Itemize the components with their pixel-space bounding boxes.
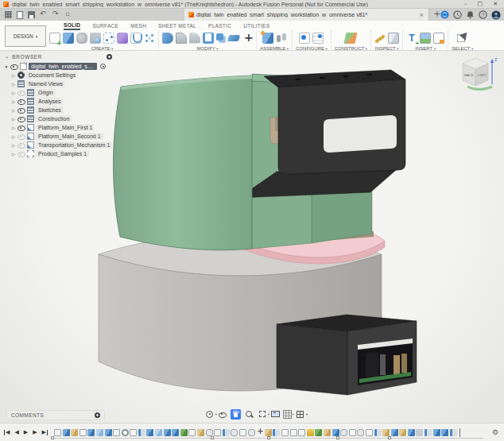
extrude-icon[interactable] bbox=[391, 429, 398, 436]
split-icon[interactable] bbox=[227, 35, 240, 41]
sketch-icon[interactable] bbox=[79, 429, 87, 436]
green-shell[interactable] bbox=[113, 75, 252, 250]
root-component-label[interactable]: digital_twin_enabled_smart_s... bbox=[29, 63, 97, 70]
flag-icon[interactable] bbox=[223, 429, 230, 436]
offset-icon[interactable] bbox=[340, 429, 347, 436]
browser-item-label[interactable]: Platform_Main_Second 1 bbox=[36, 133, 103, 140]
modify-icon[interactable] bbox=[197, 429, 204, 436]
look-at-icon[interactable] bbox=[218, 410, 227, 419]
flag-icon[interactable] bbox=[374, 429, 382, 436]
extrude-icon[interactable] bbox=[408, 429, 415, 436]
redo-icon[interactable] bbox=[52, 11, 60, 19]
extrude-icon[interactable] bbox=[164, 429, 171, 436]
flag-icon[interactable] bbox=[425, 429, 432, 436]
sketch-icon[interactable] bbox=[188, 429, 196, 436]
coil-icon[interactable] bbox=[117, 33, 128, 44]
browser-item-label[interactable]: Analyses bbox=[36, 98, 63, 105]
viewports-icon[interactable] bbox=[296, 410, 304, 419]
browser-item-label[interactable]: Transportation_Mechanism 1 bbox=[36, 141, 112, 149]
expander-icon[interactable]: ▷ bbox=[11, 108, 16, 113]
browser-item-label[interactable]: Sketches bbox=[36, 106, 64, 114]
extrude-light-icon[interactable] bbox=[155, 429, 162, 436]
sketch-icon[interactable] bbox=[113, 429, 120, 436]
tab-plastic[interactable]: PLASTIC bbox=[208, 23, 231, 29]
browser-item-label[interactable]: Product_Samples 1 bbox=[36, 150, 89, 157]
insert-canvas-icon[interactable] bbox=[420, 33, 431, 44]
viewport-canvas[interactable]: BACK LEFT Z « BROWSER ▾ digital_twin_ena… bbox=[0, 51, 504, 423]
expander-icon[interactable]: ▷ bbox=[11, 126, 16, 130]
extrude-icon[interactable] bbox=[63, 33, 74, 44]
new-component-icon[interactable] bbox=[262, 33, 273, 44]
expander-icon[interactable]: ▷ bbox=[11, 134, 16, 139]
expander-icon[interactable]: ▷ bbox=[11, 117, 16, 122]
flag-icon[interactable] bbox=[138, 429, 145, 436]
hole-icon[interactable] bbox=[122, 429, 129, 436]
expander-icon[interactable]: ▷ bbox=[11, 73, 16, 78]
visibility-eye-icon[interactable] bbox=[17, 106, 25, 114]
tab-solid[interactable]: SOLID bbox=[64, 22, 80, 30]
modify-icon[interactable] bbox=[382, 429, 390, 436]
orbit-icon[interactable] bbox=[205, 410, 214, 419]
expander-icon[interactable]: ▾ bbox=[4, 64, 9, 69]
visibility-eye-icon[interactable] bbox=[10, 63, 18, 70]
extrude-icon[interactable] bbox=[87, 429, 95, 436]
document-tab[interactable]: digital_twin_enabled_smart_shipping_work… bbox=[184, 9, 429, 21]
extrude-light-icon[interactable] bbox=[96, 429, 103, 436]
revolve-icon[interactable] bbox=[130, 33, 142, 44]
view-cube[interactable]: BACK LEFT Z bbox=[456, 54, 499, 95]
transport-box-front[interactable] bbox=[277, 324, 347, 395]
flag-icon[interactable] bbox=[450, 429, 457, 436]
offset-icon[interactable] bbox=[206, 429, 213, 436]
view-cube-face-label-left[interactable]: LEFT bbox=[479, 73, 487, 77]
browser-item[interactable]: ▷ Product_Samples 1 bbox=[3, 149, 114, 158]
bolt-icon[interactable] bbox=[307, 429, 314, 436]
profile-avatar[interactable] bbox=[491, 10, 501, 20]
panel-options-icon[interactable] bbox=[107, 54, 112, 60]
expander-icon[interactable]: ▷ bbox=[11, 82, 16, 87]
grid-settings-icon[interactable] bbox=[283, 410, 292, 419]
press-pull-icon[interactable] bbox=[162, 33, 173, 44]
extrude-icon[interactable] bbox=[146, 429, 153, 436]
sketch-icon[interactable] bbox=[54, 429, 61, 436]
extrude-icon[interactable] bbox=[105, 429, 112, 436]
home-icon[interactable] bbox=[65, 11, 73, 19]
chamfer-icon[interactable] bbox=[189, 33, 200, 44]
modify-icon[interactable] bbox=[399, 429, 406, 436]
step-back-button[interactable]: ◀ bbox=[14, 429, 18, 436]
help-icon[interactable]: ? bbox=[479, 10, 487, 19]
browser-item-label[interactable]: Named Views bbox=[26, 80, 65, 87]
extrude-icon[interactable] bbox=[433, 429, 440, 436]
browser-root-item[interactable]: ▾ digital_twin_enabled_smart_s... bbox=[3, 62, 114, 71]
go-to-start-button[interactable]: ◀ bbox=[6, 429, 10, 436]
pan-icon[interactable] bbox=[231, 409, 241, 420]
fillet-icon[interactable] bbox=[176, 33, 187, 44]
select-cursor-icon[interactable] bbox=[457, 33, 468, 44]
browser-item[interactable]: ▷ Analyses bbox=[3, 97, 114, 106]
sketch-icon[interactable] bbox=[130, 429, 137, 436]
browser-item[interactable]: ▷ Named Views bbox=[3, 79, 114, 88]
file-icon[interactable] bbox=[17, 11, 23, 19]
close-tab-icon[interactable]: × bbox=[418, 12, 425, 18]
view-cube-face-label-back[interactable]: BACK bbox=[464, 73, 474, 77]
sketch-icon[interactable] bbox=[366, 429, 373, 436]
visibility-eye-icon[interactable] bbox=[17, 98, 25, 105]
sketch-icon[interactable] bbox=[281, 429, 289, 436]
sync-icon[interactable] bbox=[440, 10, 449, 19]
visibility-eye-icon[interactable] bbox=[17, 89, 25, 96]
box-icon[interactable] bbox=[416, 429, 423, 436]
browser-item[interactable]: ▷ Platform_Main_First 1 bbox=[3, 123, 114, 132]
maximize-button[interactable]: □ bbox=[478, 0, 483, 9]
visibility-eye-icon[interactable] bbox=[17, 141, 25, 149]
visibility-eye-icon[interactable] bbox=[17, 115, 25, 122]
tab-mesh[interactable]: MESH bbox=[130, 23, 146, 29]
timeline-group-marker[interactable] bbox=[336, 436, 339, 439]
combine-icon[interactable] bbox=[216, 33, 223, 41]
tab-utilities[interactable]: UTILITIES bbox=[243, 23, 269, 29]
comments-bar[interactable]: COMMENTS bbox=[6, 410, 105, 420]
joint-icon[interactable] bbox=[180, 429, 188, 436]
expander-icon[interactable]: ▷ bbox=[11, 99, 16, 104]
job-status-icon[interactable] bbox=[453, 10, 462, 19]
extrude-icon[interactable] bbox=[63, 429, 70, 436]
construction-plane-icon[interactable] bbox=[344, 33, 358, 44]
undo-icon[interactable] bbox=[40, 11, 48, 19]
